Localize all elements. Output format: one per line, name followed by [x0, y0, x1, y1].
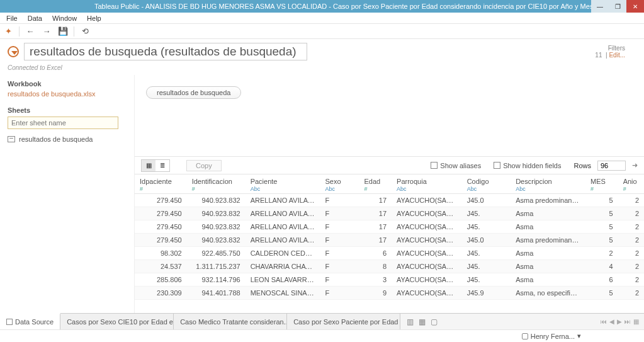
new-story-icon[interactable]: ▢	[431, 317, 438, 326]
refresh-icon[interactable]: ⟲	[79, 26, 91, 37]
cell: 2	[618, 260, 644, 273]
column-header[interactable]: ParroquiaAbc	[392, 174, 462, 194]
cell: F	[320, 234, 359, 247]
column-header[interactable]: DescripcionAbc	[511, 174, 585, 194]
table-row[interactable]: 279.450940.923.832ARELLANO AVILA LOU...F…	[135, 194, 644, 207]
cell: 940.923.832	[187, 207, 246, 220]
user-menu-chevron-icon[interactable]: ▾	[577, 332, 581, 340]
cell: 279.450	[135, 194, 187, 207]
cell: F	[320, 247, 359, 260]
cell: J45.	[462, 220, 511, 234]
cell: AYACUCHO(SAGRARI...	[392, 247, 462, 260]
column-header[interactable]: Idpaciente#	[135, 174, 187, 194]
tab-datasource[interactable]: Data Source	[0, 313, 60, 329]
datasource-menu-icon[interactable]	[8, 46, 19, 57]
table-row[interactable]: 279.450940.923.832ARELLANO AVILA LOU...F…	[135, 207, 644, 220]
tab-show-all-icon[interactable]: ▦	[633, 318, 639, 325]
table-row[interactable]: 279.450940.923.832ARELLANO AVILA LOU...F…	[135, 234, 644, 247]
filters-edit-link[interactable]: Edit...	[609, 52, 625, 59]
table-row[interactable]: 279.450940.923.832ARELLANO AVILA LOU...F…	[135, 220, 644, 234]
cell: J45.	[462, 247, 511, 260]
grid-view-icon[interactable]: ▦	[142, 160, 155, 171]
table-row[interactable]: 24.5371.311.715.237CHAVARRIA CHAVARRI...…	[135, 260, 644, 273]
cell: 1.311.715.237	[187, 260, 246, 273]
minimize-button[interactable]: —	[591, 0, 609, 13]
cell: AYACUCHO(SAGRARI...	[392, 234, 462, 247]
table-row[interactable]: 230.309941.401.788MENOSCAL SINALUISA...F…	[135, 287, 644, 300]
cell: F	[320, 287, 359, 300]
column-header[interactable]: MES#	[585, 174, 618, 194]
cell: 6	[585, 273, 618, 287]
cell: 922.485.750	[187, 247, 246, 260]
cell: J45.9	[462, 287, 511, 300]
menu-file[interactable]: File	[1, 13, 23, 23]
back-icon[interactable]: ←	[25, 26, 36, 37]
tab-next-icon[interactable]: ▶	[617, 318, 622, 325]
copy-button[interactable]: Copy	[186, 160, 222, 171]
forward-icon[interactable]: →	[41, 26, 52, 37]
workbook-link[interactable]: resultados de busqueda.xlsx	[8, 90, 127, 98]
tab-sheet[interactable]: Caso por Sexo Paciente por Edad ...	[287, 314, 400, 329]
sheet-search-input[interactable]	[8, 117, 118, 129]
menu-data[interactable]: Data	[23, 13, 47, 23]
cell: 2	[618, 287, 644, 300]
cell: F	[320, 207, 359, 220]
column-header[interactable]: SexoAbc	[320, 174, 359, 194]
show-hidden-checkbox[interactable]: Show hidden fields	[494, 162, 561, 169]
tab-prev-icon[interactable]: ◀	[609, 318, 614, 325]
join-canvas[interactable]: resultados de busqueda	[135, 75, 644, 157]
cell: Asma	[511, 207, 585, 220]
sheet-tabs: Data Source Casos por Sexo CIE10 por Eda…	[0, 313, 644, 329]
tab-last-icon[interactable]: ⏭	[624, 318, 631, 325]
save-icon[interactable]: 💾	[57, 26, 69, 37]
tab-sheet[interactable]: Caso Medico Tratante consideran...	[174, 314, 287, 329]
data-grid: Idpaciente#Identificacion#PacienteAbcSex…	[135, 174, 644, 319]
filters-count: 11	[595, 52, 602, 59]
show-aliases-checkbox[interactable]: Show aliases	[431, 162, 481, 169]
cell: F	[320, 220, 359, 234]
checkbox-icon	[431, 162, 438, 169]
cell: 17	[359, 220, 392, 234]
menu-help[interactable]: Help	[82, 13, 106, 23]
cell: AYACUCHO(SAGRARI...	[392, 194, 462, 207]
cell: Asma predominantem...	[511, 234, 585, 247]
separator	[19, 26, 20, 37]
new-worksheet-icon[interactable]: ▥	[407, 317, 414, 326]
cell: 2	[618, 234, 644, 247]
cell: AYACUCHO(SAGRARI...	[392, 220, 462, 234]
cell: Asma	[511, 220, 585, 234]
table-row[interactable]: 285.806932.114.796LEON SALAVARRIA MA...F…	[135, 273, 644, 287]
close-button[interactable]: ✕	[626, 0, 644, 13]
cell: AYACUCHO(SAGRARI...	[392, 207, 462, 220]
cell: J45.0	[462, 234, 511, 247]
cell: Asma	[511, 260, 585, 273]
table-pill[interactable]: resultados de busqueda	[146, 86, 241, 99]
menu-window[interactable]: Window	[47, 13, 82, 23]
cell: Asma	[511, 247, 585, 260]
tab-first-icon[interactable]: ⏮	[601, 318, 607, 325]
column-header[interactable]: Anio#	[618, 174, 644, 194]
maximize-button[interactable]: ❐	[609, 0, 626, 13]
column-header[interactable]: CodigoAbc	[462, 174, 511, 194]
column-header[interactable]: PacienteAbc	[246, 174, 320, 194]
tab-nav: ⏮ ◀ ▶ ⏭ ▦	[596, 314, 644, 329]
sheet-item[interactable]: resultados de busqueda	[8, 134, 127, 144]
tab-sheet[interactable]: Casos por Sexo CIE10 por Edad en...	[60, 314, 174, 329]
new-dashboard-icon[interactable]: ▦	[419, 317, 426, 326]
cell: 5	[585, 287, 618, 300]
main-area: Workbook resultados de busqueda.xlsx She…	[0, 75, 644, 319]
tableau-logo-icon[interactable]: ✦	[3, 26, 14, 37]
column-header[interactable]: Edad#	[359, 174, 392, 194]
cell: F	[320, 260, 359, 273]
rows-label: Rows	[573, 162, 591, 169]
status-user: Henry Ferna...	[531, 333, 575, 340]
column-header[interactable]: Identificacion#	[187, 174, 246, 194]
rows-go-icon[interactable]: ➜	[632, 161, 638, 169]
cell: 24.537	[135, 260, 187, 273]
cell: AYACUCHO(SAGRARI...	[392, 260, 462, 273]
rows-input[interactable]	[597, 161, 626, 171]
datasource-name-input[interactable]: resultados de busqueda (resultados de bu…	[24, 43, 307, 60]
status-bar: Henry Ferna... ▾	[0, 329, 644, 342]
table-row[interactable]: 98.302922.485.750CALDERON CEDEÑO ...F6AY…	[135, 247, 644, 260]
list-view-icon[interactable]: ≣	[155, 160, 169, 171]
